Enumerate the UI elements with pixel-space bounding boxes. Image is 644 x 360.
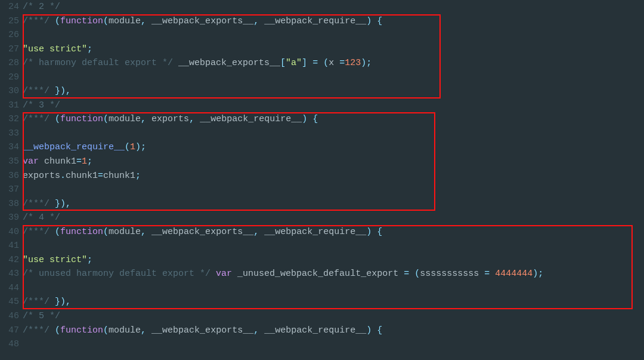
code-line: /***/ }),	[23, 197, 644, 211]
token-default	[307, 58, 312, 68]
code-line: /***/ }),	[23, 295, 644, 309]
code-line	[23, 281, 644, 296]
token-punc: =	[404, 269, 409, 279]
token-punc: (	[55, 114, 60, 124]
line-number: 29	[0, 70, 19, 85]
token-default: _unused_webpack_default_export	[232, 269, 404, 279]
line-number: 28	[0, 56, 19, 70]
token-punc: ;	[135, 171, 141, 181]
token-default: __webpack_require__	[200, 114, 302, 124]
code-line: /* 4 */	[23, 211, 644, 225]
line-number: 27	[0, 42, 19, 57]
token-punc: {	[377, 227, 382, 237]
token-keyword: function	[60, 227, 103, 237]
token-punc: );	[135, 142, 146, 152]
line-number: 26	[0, 28, 19, 42]
code-line	[23, 28, 644, 42]
token-keyword: function	[60, 16, 103, 26]
token-comment: /***/	[23, 86, 49, 96]
token-punc: =	[339, 58, 345, 68]
token-punc: )	[302, 114, 307, 124]
code-area[interactable]: /* 2 *//***/ (function(module, __webpack…	[23, 0, 644, 360]
token-number: 123	[345, 58, 361, 68]
token-number: 4444444	[495, 269, 532, 279]
code-line: "use strict";	[23, 42, 644, 57]
line-number: 34	[0, 140, 19, 155]
code-line: "use strict";	[23, 253, 644, 267]
token-punc: }),	[55, 297, 71, 307]
token-punc: ;	[87, 255, 92, 265]
token-default	[318, 58, 323, 68]
token-punc: .	[60, 171, 66, 181]
token-default	[49, 227, 55, 237]
token-punc: ;	[87, 156, 92, 167]
token-default: chunk1	[66, 171, 98, 181]
code-line: /***/ (function(module, __webpack_export…	[23, 14, 644, 29]
line-number: 37	[0, 183, 19, 197]
token-default: sssssssssss	[420, 269, 484, 279]
code-line: /* unused harmony default export */ var …	[23, 267, 644, 281]
token-punc: )	[366, 16, 371, 26]
token-default: module	[109, 325, 141, 336]
line-number: 39	[0, 211, 19, 225]
token-comment: /***/	[23, 227, 49, 237]
line-number-gutter: 2425262728293031323334353637383940414243…	[0, 0, 23, 360]
line-number: 32	[0, 112, 19, 127]
line-number: 47	[0, 324, 19, 338]
code-line: /* 2 */	[23, 0, 644, 14]
token-default	[49, 114, 55, 124]
token-default: __webpack_exports__	[151, 227, 253, 237]
code-line: exports.chunk1=chunk1;	[23, 169, 644, 183]
code-line	[23, 70, 644, 85]
line-number: 41	[0, 239, 19, 253]
token-punc: )	[366, 325, 371, 336]
token-default: chunk1	[103, 171, 135, 181]
line-number: 44	[0, 281, 19, 296]
line-number: 40	[0, 225, 19, 239]
token-punc: ;	[87, 44, 92, 54]
code-line	[23, 183, 644, 197]
token-default: module	[109, 114, 141, 124]
token-keyword: var	[216, 269, 232, 279]
token-default: __webpack_exports__	[151, 325, 253, 336]
code-line	[23, 127, 644, 141]
line-number: 25	[0, 14, 19, 29]
token-keyword: var	[23, 156, 39, 167]
line-number: 36	[0, 169, 19, 183]
token-default: __webpack_require__	[264, 16, 366, 26]
token-punc: =	[76, 156, 82, 167]
token-default: __webpack_require__	[264, 325, 366, 336]
line-number: 48	[0, 337, 19, 352]
token-default: __webpack_exports__	[173, 58, 280, 68]
token-comment: /***/	[23, 297, 49, 307]
token-default	[49, 86, 55, 96]
token-punc: {	[377, 325, 382, 336]
token-string: "use strict"	[23, 44, 87, 54]
code-line: /***/ (function(module, __webpack_export…	[23, 225, 644, 239]
code-editor: 2425262728293031323334353637383940414243…	[0, 0, 644, 360]
token-punc: ,	[253, 16, 264, 26]
token-punc: ,	[141, 16, 151, 26]
token-comment: /* unused harmony default export */	[23, 269, 210, 279]
token-default: module	[109, 227, 141, 237]
token-default	[307, 114, 312, 124]
token-default: x	[329, 58, 339, 68]
token-default	[210, 269, 216, 279]
line-number: 31	[0, 99, 19, 113]
line-number: 46	[0, 309, 19, 324]
token-punc: ,	[141, 227, 151, 237]
line-number: 35	[0, 155, 19, 169]
token-punc: [	[280, 58, 286, 68]
token-comment: /* 5 */	[23, 311, 60, 321]
token-comment: /* harmony default export */	[23, 58, 173, 68]
code-line: /***/ }),	[23, 84, 644, 99]
token-comment: /***/	[23, 16, 49, 26]
token-punc: (	[55, 16, 60, 26]
code-line	[23, 337, 644, 352]
token-default: __webpack_exports__	[151, 16, 253, 26]
token-punc: ]	[302, 58, 307, 68]
code-line: /***/ (function(module, exports, __webpa…	[23, 112, 644, 127]
token-punc: (	[55, 227, 60, 237]
token-default	[49, 16, 55, 26]
token-punc: ,	[189, 114, 200, 124]
